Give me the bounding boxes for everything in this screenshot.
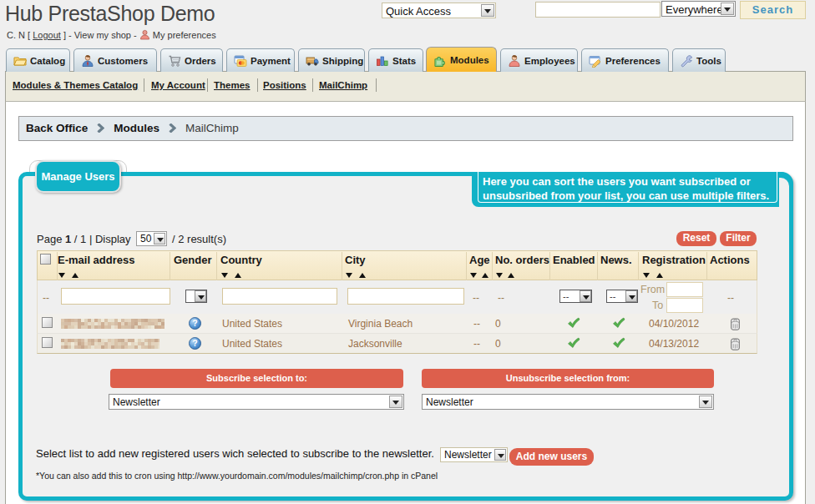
svg-text:?: ? bbox=[192, 319, 197, 328]
svg-text:?: ? bbox=[192, 339, 197, 348]
